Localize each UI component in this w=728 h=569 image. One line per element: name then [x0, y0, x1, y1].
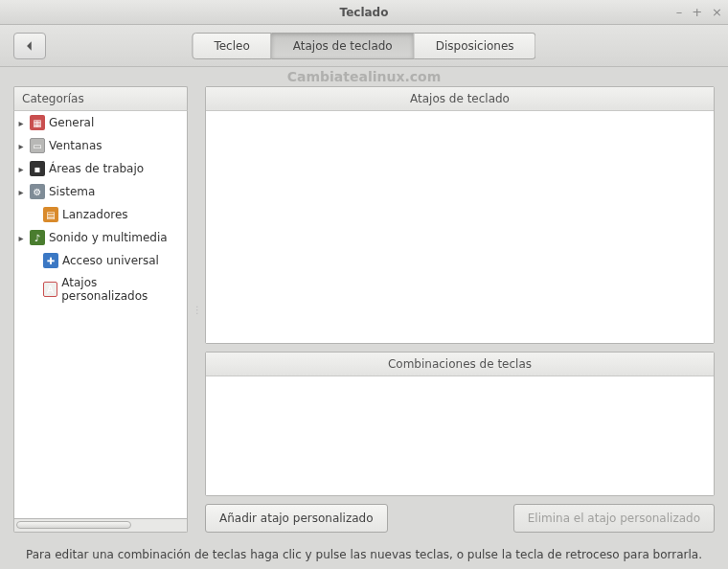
arrow-left-icon [23, 39, 36, 53]
horizontal-scrollbar[interactable] [13, 519, 188, 533]
sidebar-item-label: General [49, 116, 94, 129]
sidebar-item-acceso-universal[interactable]: ✚Acceso universal [14, 249, 187, 272]
back-button[interactable] [13, 33, 46, 59]
maximize-icon[interactable]: + [692, 5, 702, 19]
tab-bar: TecleoAtajos de tecladoDisposiciones [192, 33, 535, 59]
footer-hint: Para editar una combinación de teclas ha… [0, 540, 728, 569]
windows-icon: ▭ [30, 138, 45, 153]
sidebar-item-atajos-personalizados[interactable]: AAtajos personalizados [14, 272, 187, 307]
window-controls: – + × [676, 0, 722, 24]
scrollbar-thumb[interactable] [16, 521, 131, 529]
sidebar-item-ventanas[interactable]: ▸▭Ventanas [14, 134, 187, 157]
sidebar-item--reas-de-trabajo[interactable]: ▸▪Áreas de trabajo [14, 157, 187, 180]
combos-panel-header: Combinaciones de teclas [206, 353, 714, 376]
tab-tecleo[interactable]: Tecleo [192, 33, 271, 59]
combos-list[interactable] [206, 376, 714, 495]
expand-arrow-icon: ▸ [16, 233, 26, 243]
tab-atajos-de-teclado[interactable]: Atajos de teclado [272, 33, 415, 59]
sidebar-item-sonido-y-multimedia[interactable]: ▸♪Sonido y multimedia [14, 226, 187, 249]
sidebar-item-sistema[interactable]: ▸⚙Sistema [14, 180, 187, 203]
sidebar-item-label: Sonido y multimedia [49, 231, 168, 244]
main-panel: Atajos de teclado Combinaciones de tecla… [205, 86, 715, 533]
add-shortcut-button[interactable]: Añadir atajo personalizado [205, 504, 388, 533]
expand-arrow-icon: ▸ [16, 187, 26, 197]
expand-arrow-icon: ▸ [16, 118, 26, 128]
shortcuts-panel-header: Atajos de teclado [206, 87, 714, 111]
sidebar-item-label: Atajos personalizados [61, 276, 183, 303]
sidebar-item-label: Sistema [49, 185, 95, 198]
workspaces-icon: ▪ [30, 161, 45, 176]
combos-panel: Combinaciones de teclas [205, 352, 715, 496]
toolbar: TecleoAtajos de tecladoDisposiciones [0, 25, 728, 67]
content-area: Categorías ▸▦General▸▭Ventanas▸▪Áreas de… [0, 86, 728, 540]
title-bar: Teclado – + × [0, 0, 728, 25]
shortcuts-panel: Atajos de teclado [205, 86, 715, 344]
launchers-icon: ▤ [43, 207, 58, 222]
sidebar-item-label: Ventanas [49, 139, 102, 152]
pane-splitter[interactable]: ⋮ [193, 86, 199, 533]
expand-arrow-icon: ▸ [16, 141, 26, 151]
custom-shortcuts-icon: A [43, 282, 58, 297]
tab-disposiciones[interactable]: Disposiciones [415, 33, 536, 59]
expand-arrow-icon: ▸ [16, 164, 26, 174]
minimize-icon[interactable]: – [676, 5, 683, 19]
button-row: Añadir atajo personalizado Elimina el at… [205, 504, 715, 533]
sidebar: Categorías ▸▦General▸▭Ventanas▸▪Áreas de… [13, 86, 188, 533]
multimedia-icon: ♪ [30, 230, 45, 245]
category-list[interactable]: ▸▦General▸▭Ventanas▸▪Áreas de trabajo▸⚙S… [13, 111, 188, 519]
general-icon: ▦ [30, 115, 45, 130]
watermark-text: Cambiatealinux.com [0, 69, 728, 86]
sidebar-item-label: Lanzadores [62, 208, 128, 221]
close-icon[interactable]: × [712, 5, 722, 19]
system-icon: ⚙ [30, 184, 45, 199]
sidebar-item-general[interactable]: ▸▦General [14, 111, 187, 134]
sidebar-item-label: Acceso universal [62, 254, 159, 267]
accessibility-icon: ✚ [43, 253, 58, 268]
sidebar-item-label: Áreas de trabajo [49, 162, 144, 175]
window-title: Teclado [340, 6, 389, 19]
remove-shortcut-button: Elimina el atajo personalizado [513, 504, 715, 533]
sidebar-header: Categorías [13, 86, 188, 111]
shortcuts-list[interactable] [206, 111, 714, 343]
sidebar-item-lanzadores[interactable]: ▤Lanzadores [14, 203, 187, 226]
